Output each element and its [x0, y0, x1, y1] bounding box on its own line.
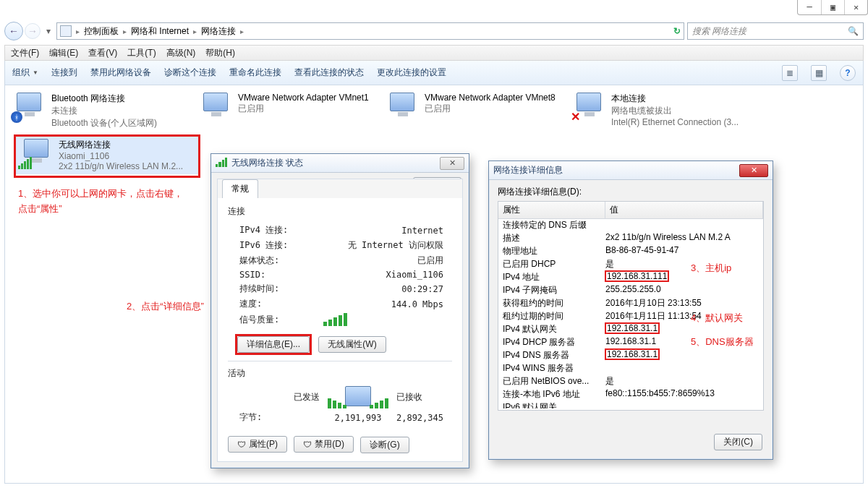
details-row: 获得租约的时间2016年1月10日 23:13:55: [498, 297, 763, 310]
tab-general[interactable]: 常规: [222, 179, 258, 198]
toolbar-rename[interactable]: 重命名此连接: [229, 67, 281, 79]
adapter-local[interactable]: ✕ 本地连接 网络电缆被拔出 Intel(R) Ethernet Connect…: [568, 90, 749, 132]
adapter-title: VMware Network Adapter VMnet1: [238, 93, 369, 103]
toolbar-disable[interactable]: 禁用此网络设备: [90, 67, 151, 79]
details-dialog: 网络连接详细信息 ✕ 网络连接详细信息(D): 属性 值 连接特定的 DNS 后…: [488, 160, 773, 460]
refresh-icon[interactable]: ↻: [673, 26, 681, 36]
view-mode-icon[interactable]: ≣: [782, 65, 798, 81]
bytes-recv: 2,892,345: [396, 411, 451, 424]
details-row: IPv4 子网掩码255.255.255.0: [498, 284, 763, 297]
toolbar: 组织▼ 连接到 禁用此网络设备 诊断这个连接 重命名此连接 查看此连接的状态 更…: [4, 61, 864, 85]
minimize-button[interactable]: ─: [798, 0, 821, 14]
connection-details: IPv4 连接:Internet IPv6 连接:无 Internet 访问权限…: [228, 222, 452, 328]
details-key: IPv4 WINS 服务器: [498, 362, 605, 374]
menu-view[interactable]: 查看(V): [88, 47, 117, 59]
signal-bars-icon: [323, 313, 443, 326]
search-icon: 🔍: [848, 26, 859, 36]
annotation-3: 3、主机ip: [691, 261, 731, 276]
properties-button[interactable]: 🛡属性(P): [228, 436, 287, 453]
details-row: 描述2x2 11b/g/n Wireless LAN M.2 A: [498, 232, 763, 245]
breadcrumb[interactable]: ▸ 控制面板 ▸ 网络和 Internet ▸ 网络连接 ▸ ↻: [56, 22, 684, 40]
details-value: 192.168.31.111: [605, 271, 763, 283]
details-key: 已启用 DHCP: [498, 258, 605, 270]
details-row: IPv4 WINS 服务器: [498, 362, 763, 375]
recv-bars-icon: [370, 398, 388, 408]
content-area: ✕ᚼ Bluetooth 网络连接 未连接 Bluetooth 设备(个人区域网…: [4, 85, 864, 484]
nav-row: ← → ▾ ▸ 控制面板 ▸ 网络和 Internet ▸ 网络连接 ▸ ↻ 搜…: [4, 20, 864, 42]
chevron-down-icon: ▼: [33, 69, 38, 76]
search-input[interactable]: 搜索 网络连接 🔍: [687, 22, 864, 40]
crumb-sep-icon: ▸: [76, 27, 80, 35]
annotation-4: 4、默认网关: [691, 311, 743, 326]
crumb-0[interactable]: 控制面板: [84, 25, 119, 38]
bluetooth-icon: ᚼ: [11, 111, 22, 123]
help-icon[interactable]: ?: [840, 65, 856, 81]
details-key: 连接特定的 DNS 后缀: [498, 219, 605, 231]
menu-help[interactable]: 帮助(H): [205, 47, 235, 59]
toolbar-settings[interactable]: 更改此连接的设置: [377, 67, 446, 79]
adapter-status: 未连接: [51, 105, 157, 117]
details-key: 获得租约的时间: [498, 297, 605, 309]
details-close-button[interactable]: 关闭(C): [714, 434, 762, 450]
dialog-title: 网络连接详细信息: [493, 164, 563, 176]
details-row: IPv6 默认网关: [498, 401, 763, 408]
details-key: IPv4 DHCP 服务器: [498, 336, 605, 348]
details-value: 255.255.255.0: [605, 284, 763, 296]
search-placeholder: 搜索 网络连接: [692, 25, 746, 38]
location-icon: [60, 25, 72, 37]
menu-bar: 文件(F) 编辑(E) 查看(V) 工具(T) 高级(N) 帮助(H): [4, 45, 864, 61]
adapter-title: Bluetooth 网络连接: [51, 93, 157, 105]
adapter-title: VMware Network Adapter VMnet8: [425, 93, 556, 103]
details-key: IPv4 子网掩码: [498, 284, 605, 296]
menu-tools[interactable]: 工具(T): [127, 47, 156, 59]
toolbar-connect[interactable]: 连接到: [51, 67, 77, 79]
crumb-sep-icon: ▸: [123, 27, 127, 35]
nav-back-button[interactable]: ←: [4, 22, 23, 40]
details-key: IPv6 默认网关: [498, 401, 605, 408]
restore-button[interactable]: ▣: [821, 0, 844, 14]
details-key: 描述: [498, 232, 605, 244]
details-key: 租约过期的时间: [498, 310, 605, 322]
nav-forward-button[interactable]: →: [25, 23, 41, 39]
adapter-vmnet8[interactable]: VMware Network Adapter VMnet8 已启用: [381, 90, 562, 132]
toolbar-organize[interactable]: 组织▼: [12, 67, 38, 79]
details-row: 连接特定的 DNS 后缀: [498, 219, 763, 232]
details-key: 连接-本地 IPv6 地址: [498, 388, 605, 401]
adapter-status: 已启用: [238, 103, 369, 115]
annotation-highlight-box: 详细信息(E)...: [235, 334, 312, 355]
toolbar-diagnose[interactable]: 诊断这个连接: [164, 67, 216, 79]
adapter-device: Bluetooth 设备(个人区域网): [51, 117, 157, 129]
annotation-1: 1、选中你可以上网的网卡，点击右键，点击“属性”: [18, 187, 192, 217]
dialog-close-button[interactable]: ✕: [440, 157, 464, 170]
toolbar-status[interactable]: 查看此连接的状态: [294, 67, 364, 79]
status-dialog: 无线网络连接 状态 ✕ 常规 连接 IPv4 连接:Internet IPv6 …: [210, 153, 469, 468]
adapter-bluetooth[interactable]: ✕ᚼ Bluetooth 网络连接 未连接 Bluetooth 设备(个人区域网…: [8, 90, 189, 132]
adapter-vmnet1[interactable]: VMware Network Adapter VMnet1 已启用: [195, 90, 375, 132]
section-activity: 活动: [228, 367, 452, 380]
wireless-properties-button[interactable]: 无线属性(W): [318, 336, 386, 353]
col-value[interactable]: 值: [605, 202, 763, 218]
adapter-status: 已启用: [425, 103, 556, 115]
details-key: IPv4 DNS 服务器: [498, 349, 605, 361]
menu-file[interactable]: 文件(F): [11, 47, 39, 59]
details-button[interactable]: 详细信息(E)...: [237, 336, 310, 353]
crumb-sep-icon: ▸: [193, 27, 197, 35]
section-connection: 连接: [228, 205, 452, 218]
adapter-list: ✕ᚼ Bluetooth 网络连接 未连接 Bluetooth 设备(个人区域网…: [8, 90, 860, 132]
crumb-2[interactable]: 网络连接: [201, 25, 236, 38]
adapter-title: 本地连接: [611, 93, 739, 105]
preview-pane-icon[interactable]: ▦: [811, 65, 827, 81]
col-property[interactable]: 属性: [498, 202, 605, 218]
diagnose-button[interactable]: 诊断(G): [360, 437, 409, 453]
crumb-1[interactable]: 网络和 Internet: [131, 25, 189, 38]
details-subtitle: 网络连接详细信息(D):: [489, 180, 773, 198]
nav-history-button[interactable]: ▾: [43, 22, 54, 40]
signal-quality-label: 信号质量:: [229, 312, 322, 327]
disable-button[interactable]: 🛡禁用(D): [294, 436, 354, 453]
computer-icon: [345, 386, 371, 406]
dialog-close-button[interactable]: ✕: [739, 164, 768, 177]
close-window-button[interactable]: ✕: [844, 0, 867, 14]
menu-edit[interactable]: 编辑(E): [49, 47, 78, 59]
menu-advanced[interactable]: 高级(N): [166, 47, 196, 59]
bytes-sent: 2,191,993: [321, 411, 395, 424]
